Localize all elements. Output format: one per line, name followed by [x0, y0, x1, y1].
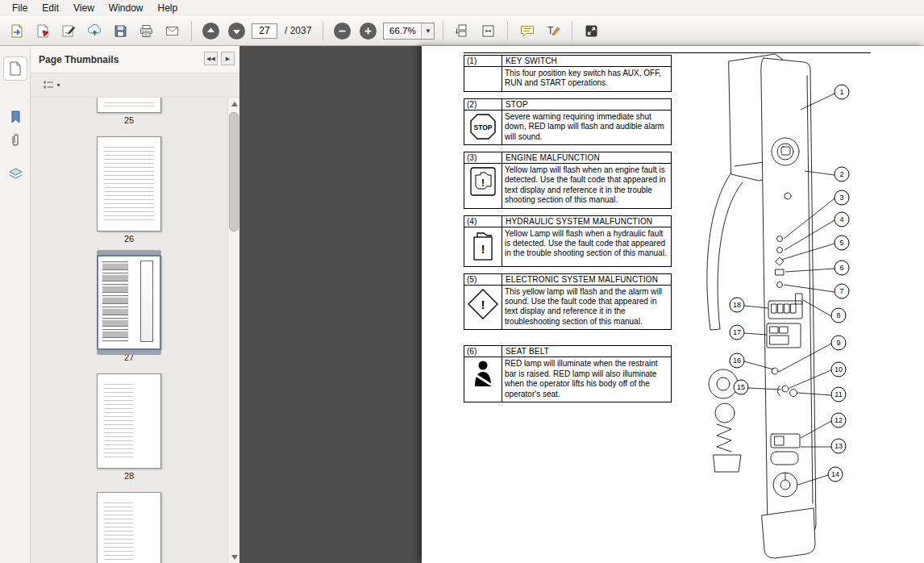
engine-warning-icon: !: [464, 164, 502, 209]
item-description: Yellow Lamp will flash when a hydraulic …: [502, 227, 672, 266]
toolbar: / 2037 66.7% ▼: [0, 16, 924, 46]
previous-page-icon: [202, 23, 219, 40]
scroll-up-arrow-icon[interactable]: [228, 98, 240, 110]
menu-edit[interactable]: Edit: [35, 1, 66, 15]
warning-item-engine-malfunction: (3) ENGINE MALFUNCTION ! Yellow lamp wil…: [464, 152, 672, 209]
comment-icon: [519, 23, 535, 39]
scrollbar-thumb[interactable]: [229, 112, 239, 231]
text-annotation-icon: T: [545, 23, 561, 39]
page-number-input[interactable]: [252, 23, 277, 39]
warning-item-electronic-malfunction: (5) ELECTRONIC SYSTEM MALFUNCTION ! This…: [464, 273, 672, 331]
thumbnail-page-26[interactable]: 26: [95, 136, 163, 244]
menu-view[interactable]: View: [66, 1, 102, 15]
next-page-icon: [228, 23, 245, 40]
svg-text:9: 9: [836, 339, 840, 347]
scrolling-mode-icon: [455, 23, 470, 39]
toolbar-separator: [507, 21, 508, 41]
print-button[interactable]: [135, 20, 157, 42]
page-total-label: / 2037: [281, 25, 314, 36]
email-button[interactable]: [161, 20, 183, 42]
page-thumbnails-panel-button[interactable]: [4, 57, 27, 80]
email-icon: [164, 23, 180, 39]
thumbnail-page-27-selected[interactable]: 27: [95, 255, 163, 362]
attachments-panel-button[interactable]: [4, 128, 27, 151]
thumbnail-page-28[interactable]: 28: [95, 373, 163, 481]
save-button[interactable]: [110, 20, 131, 42]
svg-text:!: !: [481, 243, 485, 256]
selection-cap: [97, 250, 161, 255]
comment-button[interactable]: [516, 20, 538, 42]
thumbnail-preview: [104, 384, 133, 458]
item-title: ENGINE MALFUNCTION: [502, 152, 672, 164]
seat-belt-icon: [464, 357, 502, 402]
collapse-panel-button[interactable]: ◀◀: [204, 52, 218, 65]
hydraulic-warning-icon: !: [464, 227, 502, 266]
thumbnail-page-partial[interactable]: [95, 492, 163, 563]
item-description: Yellow lamp will flash when an engine fa…: [502, 164, 672, 209]
open-file-icon: [10, 23, 25, 39]
panel-title: Page Thumbnails: [39, 54, 119, 65]
fit-page-button[interactable]: [477, 20, 499, 42]
paperclip-icon: [10, 133, 21, 147]
thumbnail-list[interactable]: 25 26 27 28: [31, 98, 227, 563]
page-thumbnails-icon: [9, 61, 22, 76]
thumbnails-scrollbar[interactable]: [227, 98, 239, 563]
thumbnail-preview: [104, 102, 154, 109]
thumbnail-preview: [104, 503, 133, 563]
open-file-button[interactable]: [6, 20, 28, 42]
fit-page-icon: [481, 23, 496, 39]
scrolling-mode-button[interactable]: [452, 20, 473, 42]
svg-text:!: !: [481, 177, 485, 189]
thumbnail-options-button[interactable]: ▼: [39, 77, 65, 93]
document-viewer[interactable]: (1) KEY SWITCH This four position key sw…: [239, 46, 924, 563]
layers-panel-button[interactable]: [4, 162, 27, 185]
text-annotation-button[interactable]: T: [542, 20, 564, 42]
share-upload-button[interactable]: [84, 20, 106, 42]
zoom-level-select[interactable]: 66.7% ▼: [383, 23, 435, 40]
create-pdf-button[interactable]: [32, 20, 54, 42]
zoom-out-button[interactable]: [331, 20, 353, 42]
thumbnail-page-25[interactable]: 25: [95, 98, 163, 125]
print-icon: [139, 23, 154, 39]
menu-help[interactable]: Help: [151, 1, 185, 15]
create-pdf-icon: [35, 23, 51, 39]
svg-text:4: 4: [839, 215, 843, 223]
fullscreen-icon: [584, 23, 599, 39]
electronic-warning-icon: !: [464, 285, 502, 330]
svg-text:10: 10: [835, 365, 843, 373]
warning-item-seat-belt: (6) SEAT BELT RED lamp will illuminate w…: [464, 345, 672, 402]
previous-page-button[interactable]: [200, 20, 222, 42]
svg-text:!: !: [481, 298, 485, 311]
bookmarks-panel-button[interactable]: [4, 106, 27, 128]
fullscreen-button[interactable]: [581, 20, 602, 42]
zoom-dropdown-arrow-icon[interactable]: ▼: [421, 23, 434, 39]
item-number: (6): [464, 346, 502, 357]
item-description: Severe warning requiring immediate shut …: [502, 110, 672, 144]
next-page-button[interactable]: [226, 20, 248, 42]
control-pillar-diagram: 1 2 3 4 5 6 7 8 9 10 11 12 13 14: [678, 52, 871, 560]
sign-edit-button[interactable]: [58, 20, 80, 42]
document-page: (1) KEY SWITCH This four position key sw…: [422, 46, 924, 563]
svg-text:3: 3: [839, 194, 843, 202]
menu-window[interactable]: Window: [102, 1, 151, 15]
svg-text:2: 2: [839, 170, 843, 178]
menu-file[interactable]: File: [5, 1, 35, 15]
thumbnail-label: 26: [95, 234, 163, 244]
thumbnail-label: 25: [95, 115, 163, 125]
scroll-down-arrow-icon[interactable]: [228, 551, 240, 563]
zoom-in-button[interactable]: [357, 20, 379, 42]
layers-icon: [9, 168, 23, 180]
item-title: KEY SWITCH: [502, 56, 672, 67]
warning-items-column: (1) KEY SWITCH This four position key sw…: [464, 55, 672, 409]
item-title: ELECTRONIC SYSTEM MALFUNCTION: [502, 273, 672, 285]
save-icon: [113, 23, 128, 39]
svg-text:11: 11: [835, 390, 842, 398]
warning-item-hydraulic-malfunction: (4) HYDRAULIC SYSTEM MALFUNCTION ! Yello…: [464, 215, 672, 267]
svg-text:16: 16: [733, 357, 741, 365]
zoom-in-icon: [360, 23, 377, 40]
content-area: Page Thumbnails ◀◀ ▶ ▼ 25: [0, 46, 924, 563]
item-number: (2): [464, 98, 502, 110]
expand-panel-button[interactable]: ▶: [221, 52, 235, 65]
svg-text:STOP: STOP: [474, 123, 493, 131]
item-number: (5): [464, 273, 502, 285]
